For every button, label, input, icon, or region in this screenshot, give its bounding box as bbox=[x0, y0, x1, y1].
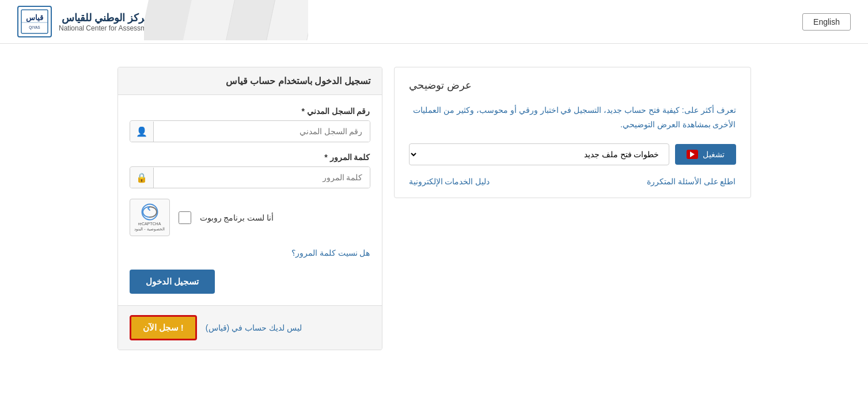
id-label: رقم السجل المدني * bbox=[130, 107, 370, 116]
english-button[interactable]: English bbox=[802, 13, 851, 31]
password-label: كلمة المرور * bbox=[130, 153, 370, 162]
logo-icon: قياس QIYAS bbox=[17, 6, 52, 37]
play-row: تشغيل خطوات فتح ملف جديد bbox=[409, 143, 736, 165]
svg-text:QIYAS: QIYAS bbox=[29, 25, 40, 30]
recaptcha-box: reCAPTCHA الخصوصية - البنود bbox=[130, 199, 170, 236]
play-button[interactable]: تشغيل bbox=[675, 144, 736, 165]
recaptcha-logo-icon bbox=[141, 203, 158, 221]
password-form-group: كلمة المرور * 🔒 bbox=[130, 153, 370, 188]
main-content: عرض توضيحي تعرف أكثر على: كيفية فتح حساب… bbox=[89, 44, 780, 373]
id-input-wrapper: 👤 bbox=[130, 120, 370, 142]
panel-links: اطلع على الأسئلة المتكررة دليل الخدمات ا… bbox=[409, 177, 736, 186]
password-input-wrapper: 🔒 bbox=[130, 166, 370, 188]
demo-dropdown[interactable]: خطوات فتح ملف جديد bbox=[409, 143, 669, 165]
forgot-password-link[interactable]: هل نسيت كلمة المرور؟ bbox=[291, 248, 370, 257]
faq-link[interactable]: اطلع على الأسئلة المتكررة bbox=[647, 177, 736, 186]
play-label: تشغيل bbox=[703, 150, 725, 159]
captcha-label: أنا لست برنامج روبوت bbox=[200, 213, 274, 222]
demo-title: عرض توضيحي bbox=[409, 79, 736, 94]
login-panel-title: تسجيل الدخول باستخدام حساب قياس bbox=[118, 67, 382, 95]
logo-arabic-name: المركز الوطني للقياس bbox=[59, 12, 156, 24]
id-form-group: رقم السجل المدني * 👤 bbox=[130, 107, 370, 142]
person-icon: 👤 bbox=[130, 122, 154, 142]
demo-description: تعرف أكثر على: كيفية فتح حساب جديد، التس… bbox=[409, 103, 736, 132]
register-section: ليس لديك حساب في (قياس) ! سجل الآن bbox=[118, 305, 382, 350]
logo-english-name: National Center for Assessment bbox=[59, 24, 156, 32]
guide-link[interactable]: دليل الخدمات الإلكترونية bbox=[409, 177, 490, 186]
svg-text:قياس: قياس bbox=[26, 13, 43, 22]
login-body: رقم السجل المدني * 👤 كلمة المرور * 🔒 أنا… bbox=[118, 95, 382, 305]
logo: المركز الوطني للقياس National Center for… bbox=[17, 6, 156, 37]
play-icon bbox=[687, 150, 698, 159]
lock-icon: 🔒 bbox=[130, 168, 154, 188]
header: English المركز الوطني للقياس National Ce… bbox=[0, 0, 868, 44]
captcha-checkbox[interactable] bbox=[179, 211, 191, 224]
no-account-text: ليس لديك حساب في (قياس) bbox=[206, 323, 302, 332]
login-panel: تسجيل الدخول باستخدام حساب قياس رقم السج… bbox=[117, 67, 382, 350]
recaptcha-brand-text: reCAPTCHA الخصوصية - البنود bbox=[134, 222, 164, 232]
register-now-button[interactable]: ! سجل الآن bbox=[130, 315, 197, 340]
password-input[interactable] bbox=[154, 167, 370, 188]
login-button[interactable]: تسجيل الدخول bbox=[130, 270, 215, 294]
captcha-row: أنا لست برنامج روبوت reCAPTCHA الخصوصية … bbox=[130, 199, 370, 236]
forgot-password-row: هل نسيت كلمة المرور؟ bbox=[130, 248, 370, 258]
demo-panel: عرض توضيحي تعرف أكثر على: كيفية فتح حساب… bbox=[394, 67, 751, 198]
id-input[interactable] bbox=[154, 121, 370, 142]
demo-desc-link[interactable]: تعرف أكثر على: كيفية فتح حساب جديد، التس… bbox=[413, 105, 736, 129]
login-btn-row: تسجيل الدخول bbox=[130, 270, 370, 294]
no-account-link[interactable]: ليس لديك حساب في (قياس) bbox=[206, 323, 302, 332]
